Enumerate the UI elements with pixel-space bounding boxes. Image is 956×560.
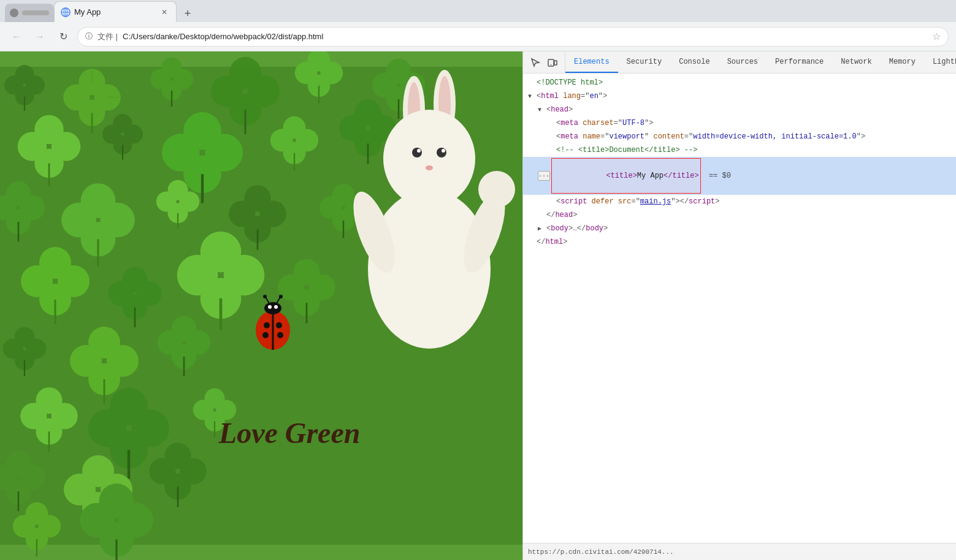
svg-point-181 (437, 148, 446, 157)
tab-lighthouse[interactable]: Lighthouse (924, 51, 956, 73)
svg-point-188 (478, 171, 515, 208)
svg-point-170 (274, 305, 278, 309)
svg-point-8 (4, 76, 23, 95)
reload-button[interactable]: ↻ (54, 28, 72, 46)
svg-point-145 (64, 474, 96, 505)
svg-point-165 (276, 322, 282, 328)
tab-favicon-placeholder (10, 9, 18, 17)
html-line-script[interactable]: <script defer src="main.js"></script> (523, 195, 956, 208)
address-bar[interactable]: ⓘ 文件 | C:/Users/danke/Desktop/demo/webpa… (77, 27, 949, 47)
html-line-head-close[interactable]: </head> (523, 208, 956, 222)
html-line-head[interactable]: ▼ <head> (523, 103, 956, 116)
svg-point-35 (372, 73, 397, 98)
svg-point-169 (268, 305, 272, 309)
svg-point-30 (295, 62, 318, 85)
svg-point-60 (339, 115, 365, 141)
svg-point-150 (149, 458, 175, 484)
new-tab-button[interactable]: + (179, 5, 196, 22)
tab-label-myapp: My App (74, 7, 155, 17)
tab-security[interactable]: Security (618, 51, 671, 73)
tab-favicon-globe (61, 7, 71, 17)
svg-rect-189 (548, 59, 554, 66)
love-green-text: Love Green (219, 416, 361, 450)
browser-viewport: Love Green (0, 51, 522, 560)
tab-active-myapp[interactable]: My App ✕ (54, 1, 177, 22)
svg-point-183 (442, 149, 445, 153)
svg-point-191 (551, 64, 552, 65)
address-url: C:/Users/danke/Desktop/demo/webpack/02/d… (123, 32, 323, 41)
html-line-meta-viewport[interactable]: <meta name="viewport" content="width=dev… (523, 130, 956, 143)
address-protocol: 文件 | (98, 31, 118, 42)
address-bar-row: ← → ↻ ⓘ 文件 | C:/Users/danke/Desktop/demo… (0, 22, 956, 51)
svg-point-75 (156, 192, 177, 212)
clover-decoration (0, 51, 522, 560)
svg-point-80 (229, 200, 255, 227)
tab-network[interactable]: Network (832, 51, 880, 73)
devtools-tabs: Elements Security Console Sources Perfor… (565, 51, 956, 73)
svg-point-174 (279, 295, 283, 298)
tab-console[interactable]: Console (670, 51, 718, 73)
tab-sources[interactable]: Sources (719, 51, 767, 73)
tab-performance[interactable]: Performance (767, 51, 832, 73)
html-line-comment[interactable]: <!-- <title>Document</title> --> (523, 143, 956, 157)
svg-point-166 (262, 332, 269, 338)
svg-point-50 (162, 134, 200, 172)
devtools-icon-group (523, 51, 565, 73)
svg-point-180 (412, 148, 422, 157)
svg-point-95 (109, 281, 134, 306)
svg-point-90 (21, 265, 53, 297)
svg-point-45 (102, 125, 121, 144)
title-element: <title>My App</title> (551, 158, 701, 194)
forward-button[interactable]: → (31, 28, 49, 46)
html-line-doctype[interactable]: <!DOCTYPE html> (523, 76, 956, 89)
tab-elements[interactable]: Elements (565, 51, 618, 73)
devtools-bottom-bar: https://p.cdn.civitai.com/4290714... (523, 543, 956, 560)
dom-breakpoint-label: == $0 (705, 170, 731, 181)
svg-point-167 (277, 332, 283, 338)
svg-point-130 (88, 409, 126, 447)
svg-point-40 (18, 132, 47, 161)
doctype-text: <!DOCTYPE html> (537, 77, 603, 88)
device-toggle-icon[interactable] (545, 55, 560, 70)
svg-point-125 (20, 403, 47, 429)
devtools-status-url: https://p.cdn.civitai.com/4290714... (528, 548, 674, 556)
svg-point-100 (177, 255, 218, 296)
back-button[interactable]: ← (7, 28, 26, 46)
svg-point-20 (150, 69, 170, 89)
svg-point-182 (417, 149, 421, 153)
svg-rect-190 (554, 61, 557, 65)
svg-point-173 (263, 295, 267, 298)
tab-bar: My App ✕ + (0, 0, 956, 22)
clover-background: Love Green (0, 51, 522, 560)
svg-point-184 (426, 165, 433, 170)
html-line-html-close[interactable]: </html> (523, 235, 956, 249)
main-area: Love Green (0, 51, 956, 560)
svg-point-115 (70, 345, 102, 377)
inspect-element-icon[interactable] (528, 55, 543, 70)
svg-point-168 (264, 302, 281, 314)
svg-point-13 (63, 84, 90, 110)
devtools-panel: Elements Security Console Sources Perfor… (522, 51, 956, 560)
html-line-meta-charset[interactable]: <meta charset="UTF-8"> (523, 116, 956, 130)
svg-point-155 (13, 515, 36, 538)
svg-point-120 (158, 330, 183, 355)
html-line-body[interactable]: ▶ <body> … </body> (523, 222, 956, 235)
bookmark-icon[interactable]: ☆ (932, 31, 941, 42)
tab-inactive-left[interactable] (5, 4, 54, 22)
tab-close-btn[interactable]: ✕ (159, 7, 170, 18)
svg-point-160 (80, 503, 115, 538)
svg-point-164 (264, 322, 270, 328)
svg-point-55 (270, 129, 293, 152)
svg-point-110 (3, 339, 23, 359)
svg-point-70 (61, 203, 96, 238)
devtools-toolbar: Elements Security Console Sources Perfor… (523, 51, 956, 74)
html-line-html[interactable]: ▼ <html lang="en"> (523, 89, 956, 103)
html-line-title[interactable]: ··· <title>My App</title> == $0 (523, 157, 956, 195)
body-collapsed: … (573, 224, 577, 234)
ellipsis-expand-btn[interactable]: ··· (538, 171, 550, 181)
tab-title-placeholder (22, 10, 49, 15)
svg-point-135 (193, 400, 213, 420)
comment-text: <!-- <title>Document</title> --> (556, 145, 697, 156)
devtools-content: <!DOCTYPE html> ▼ <html lang="en"> ▼ <he… (523, 74, 956, 543)
tab-memory[interactable]: Memory (881, 51, 924, 73)
